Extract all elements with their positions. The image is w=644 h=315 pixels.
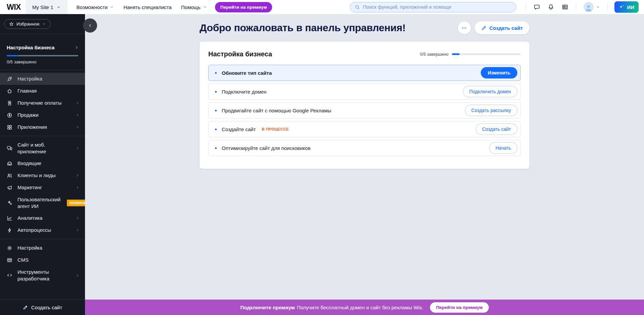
sidebar-item-label: Аналитика [17, 215, 71, 221]
sidebar-item-inbox[interactable]: Входящие [0, 157, 85, 169]
task-action-button[interactable]: Создать сайт [476, 123, 517, 135]
chevron-right-icon [75, 45, 79, 50]
premium-promo-bar: Подключите премиум Получите бесплатный д… [85, 300, 644, 315]
sidebar-item-cms[interactable]: CMS [0, 254, 85, 266]
bullet-dot [215, 110, 217, 111]
task-label: Продвигайте сайт с помощью Google Реклам… [222, 108, 331, 113]
chat-icon[interactable] [533, 4, 540, 10]
task-label: Создайте сайт [222, 126, 256, 132]
bullet-dot [215, 91, 217, 93]
ai-assistant-button[interactable]: ИИ [614, 1, 639, 13]
card-progress-label: 0/5 завершено [420, 52, 448, 57]
promo-premium-button[interactable]: Перейти на премиум [430, 302, 489, 313]
task-row[interactable]: Оптимизируйте сайт для поисковиков Начат… [208, 140, 521, 156]
chevron-right-icon [76, 101, 80, 105]
setup-progress-bar [7, 55, 78, 56]
sidebar-create-site-button[interactable]: Создать сайт [0, 299, 85, 315]
create-site-button[interactable]: Создать сайт [475, 21, 529, 34]
sidebar-item-automations[interactable]: Автопроцессы [0, 224, 85, 236]
sidebar-item-dev-tools[interactable]: Инструменты разработчика [0, 266, 85, 284]
task-action-button[interactable]: Изменить [481, 67, 517, 78]
devices-icon [7, 145, 12, 151]
chevron-down-icon [42, 22, 46, 26]
chevron-left-icon [88, 23, 92, 28]
divider [0, 34, 85, 34]
chevron-right-icon [76, 146, 80, 150]
business-setup-link[interactable]: Настройка бизнеса [0, 39, 85, 50]
task-action-button[interactable]: Подключить домен [463, 86, 517, 97]
new-badge: НОВИНКА [67, 200, 85, 206]
card-progress: 0/5 завершено [420, 52, 521, 57]
search-bar[interactable] [350, 2, 516, 12]
sidebar-item-setup[interactable]: Настройка [0, 73, 85, 85]
divider [607, 3, 608, 11]
sidebar-item-payments[interactable]: Получение оплаты [0, 97, 85, 109]
sidebar-collapse-button[interactable] [83, 18, 97, 33]
sidebar-item-site-mobile[interactable]: Сайт и моб. приложение [0, 139, 85, 157]
home-icon [7, 88, 12, 94]
topbar: WIX My Site 1 Возможности Нанять специал… [0, 0, 644, 14]
more-actions-button[interactable] [458, 21, 471, 34]
promo-text: Получите бесплатный домен и сайт без рек… [297, 305, 424, 310]
account-menu[interactable] [584, 2, 600, 12]
task-action-button[interactable]: Начать [489, 142, 517, 154]
sidebar-item-label: Приложения [17, 124, 71, 130]
task-row[interactable]: Обновите тип сайта Изменить [208, 65, 521, 81]
task-action-button[interactable]: Создать рассылку [465, 105, 517, 116]
sidebar-item-settings[interactable]: Настройка [0, 242, 85, 254]
search-input[interactable] [363, 4, 511, 10]
promo-bold-text: Подключите премиум [240, 305, 295, 310]
divider [576, 3, 576, 11]
favorites-button[interactable]: Избранное [4, 19, 51, 29]
site-menu[interactable]: My Site 1 [26, 0, 68, 14]
business-setup-card: Настройка бизнеса 0/5 завершено Обновите… [200, 42, 529, 169]
topbar-nav: Возможности Нанять специалиста Помощь [76, 4, 207, 10]
bullet-dot [215, 72, 217, 74]
sidebar-item-label: Пользовательский агент ИИ [17, 196, 60, 209]
sidebar-item-label: Настройка [17, 245, 80, 251]
sidebar-item-label: Продажи [17, 112, 71, 118]
notifications-icon[interactable] [548, 4, 554, 10]
sidebar-item-marketing[interactable]: Маркетинг [0, 181, 85, 194]
cms-icon [7, 257, 12, 263]
header-actions: Создать сайт [458, 21, 529, 34]
sidebar-item-ai-agent[interactable]: Пользовательский агент ИИ НОВИНКА [0, 194, 85, 212]
task-list: Обновите тип сайта Изменить Подключите д… [208, 65, 521, 156]
chevron-right-icon [76, 173, 80, 177]
inbox-icon [7, 161, 12, 166]
nav-hire-professional[interactable]: Нанять специалиста [123, 4, 171, 10]
sidebar-divider [0, 239, 85, 239]
code-icon [7, 272, 12, 278]
sidebar-setup-progress-fill [7, 55, 19, 56]
pencil-icon [23, 305, 28, 310]
rocket-icon [7, 76, 12, 82]
task-row[interactable]: Создайте сайт В ПРОЦЕССЕ Создать сайт [208, 121, 521, 137]
task-row[interactable]: Продвигайте сайт с помощью Google Реклам… [208, 102, 521, 118]
chevron-down-icon [596, 5, 600, 9]
chevron-down-icon [56, 5, 61, 9]
chevron-right-icon [76, 186, 80, 190]
main-header: Добро пожаловать в панель управления! Со… [200, 21, 529, 34]
sidebar-item-label: Инструменты разработчика [17, 269, 71, 282]
nav-help[interactable]: Помощь [181, 4, 207, 10]
nav-opportunities[interactable]: Возможности [76, 4, 114, 10]
sidebar-item-apps[interactable]: Приложения [0, 121, 85, 133]
sidebar-item-contacts[interactable]: Клиенты и лиды [0, 169, 85, 181]
chevron-right-icon [76, 273, 80, 277]
upgrade-premium-button[interactable]: Перейти на премиум [215, 2, 272, 12]
sidebar-item-sales[interactable]: Продажи [0, 109, 85, 121]
sidebar-item-home[interactable]: Главная [0, 85, 85, 97]
page-body: Избранное Настройка бизнеса 0/5 завершен… [0, 14, 644, 315]
invoice-icon [7, 100, 12, 106]
sidebar-item-label: Главная [17, 88, 80, 94]
sidebar-item-analytics[interactable]: Аналитика [0, 212, 85, 224]
setup-progress-label: 0/5 завершено [7, 59, 78, 64]
chevron-right-icon [76, 228, 80, 232]
contacts-icon [7, 173, 12, 178]
sidebar-item-label: Настройка [17, 75, 80, 82]
sidebar-item-label: Входящие [17, 160, 80, 167]
news-icon[interactable] [562, 4, 568, 10]
megaphone-icon [7, 185, 12, 191]
task-row[interactable]: Подключите домен Подключить домен [208, 84, 521, 100]
pencil-icon [481, 25, 486, 31]
